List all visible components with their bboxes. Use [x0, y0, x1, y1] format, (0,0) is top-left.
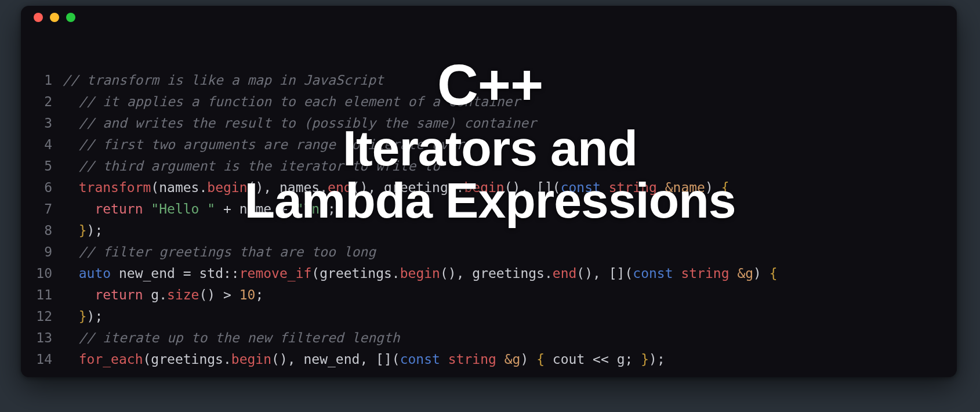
line-number: 7: [32, 198, 63, 220]
line-content: });: [63, 220, 945, 241]
code-line: 12 });: [32, 306, 945, 327]
code-line: 9 // filter greetings that are too long: [32, 241, 945, 263]
line-content: // transform is like a map in JavaScript: [63, 70, 945, 91]
line-number: 12: [32, 306, 63, 327]
code-line: 13 // iterate up to the new filtered len…: [32, 327, 945, 349]
line-content: return g.size() > 10;: [63, 284, 945, 306]
code-line: 3 // and writes the result to (possibly …: [32, 113, 945, 134]
code-line: 8 });: [32, 220, 945, 241]
code-line: 6 transform(names.begin(), names.end(), …: [32, 177, 945, 198]
line-content: // third argument is the iterator to wri…: [63, 156, 945, 177]
code-line: 11 return g.size() > 10;: [32, 284, 945, 306]
line-number: 3: [32, 113, 63, 134]
code-editor[interactable]: 1// transform is like a map in JavaScrip…: [21, 29, 957, 377]
line-number: 5: [32, 156, 63, 177]
line-content: auto new_end = std::remove_if(greetings.…: [63, 263, 945, 284]
code-line: 14 for_each(greetings.begin(), new_end, …: [32, 349, 945, 370]
code-line: 2 // it applies a function to each eleme…: [32, 91, 945, 113]
line-number: 6: [32, 177, 63, 198]
line-number: 9: [32, 241, 63, 263]
line-content: // and writes the result to (possibly th…: [63, 113, 945, 134]
close-icon[interactable]: [34, 13, 43, 22]
line-content: // first two arguments are range to iter…: [63, 134, 945, 156]
code-line: 10 auto new_end = std::remove_if(greetin…: [32, 263, 945, 284]
stage: 1// transform is like a map in JavaScrip…: [0, 0, 980, 412]
code-window: 1// transform is like a map in JavaScrip…: [21, 6, 957, 377]
line-content: for_each(greetings.begin(), new_end, [](…: [63, 349, 945, 370]
line-content: return "Hello " + name + "\n";: [63, 198, 945, 220]
line-number: 1: [32, 70, 63, 91]
window-titlebar: [21, 6, 957, 29]
line-content: });: [63, 306, 945, 327]
line-content: transform(names.begin(), names.end(), gr…: [63, 177, 945, 198]
line-number: 8: [32, 220, 63, 241]
line-number: 11: [32, 284, 63, 306]
line-number: 14: [32, 349, 63, 370]
line-content: // it applies a function to each element…: [63, 91, 945, 113]
code-line: 4 // first two arguments are range to it…: [32, 134, 945, 156]
code-line: 7 return "Hello " + name + "\n";: [32, 198, 945, 220]
zoom-icon[interactable]: [66, 13, 75, 22]
line-number: 13: [32, 327, 63, 349]
code-line: 1// transform is like a map in JavaScrip…: [32, 70, 945, 91]
line-content: // filter greetings that are too long: [63, 241, 945, 263]
line-number: 10: [32, 263, 63, 284]
line-content: // iterate up to the new filtered length: [63, 327, 945, 349]
line-number: 2: [32, 91, 63, 113]
line-number: 4: [32, 134, 63, 156]
minimize-icon[interactable]: [50, 13, 59, 22]
code-line: 5 // third argument is the iterator to w…: [32, 156, 945, 177]
